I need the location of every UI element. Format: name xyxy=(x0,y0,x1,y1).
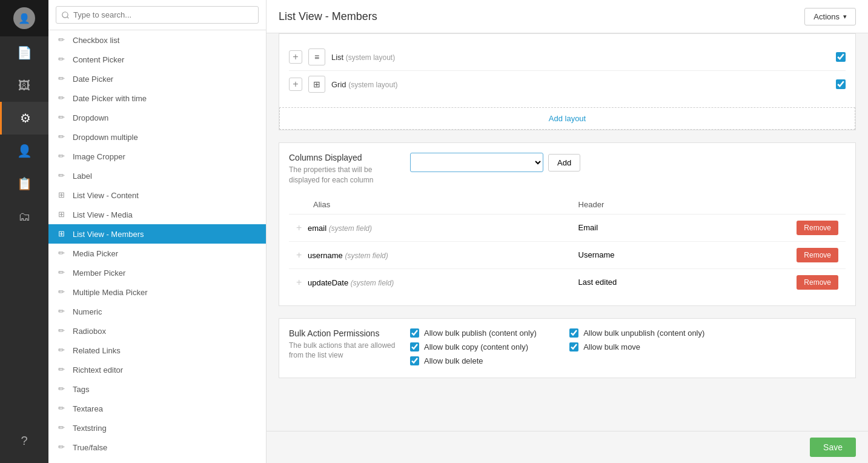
add-layout-button[interactable]: Add layout xyxy=(279,107,855,130)
nav-icon-contacts[interactable]: 📋 xyxy=(0,167,48,200)
grid-layout-checkbox[interactable] xyxy=(836,79,846,89)
sidebar-item-date-picker[interactable]: ✏ Date Picker xyxy=(48,69,266,88)
nav-icon-list[interactable]: 🗂 xyxy=(0,200,48,233)
system-layout-label: (system layout) xyxy=(346,53,395,62)
actions-button[interactable]: Actions xyxy=(804,8,856,25)
sidebar-item-label: Textarea xyxy=(73,404,103,413)
pen-icon: ✏ xyxy=(58,132,68,142)
avatar-container[interactable]: 👤 xyxy=(0,0,48,36)
sidebar-item-multiple-media-picker[interactable]: ✏ Multiple Media Picker xyxy=(48,282,266,302)
bulk-option-delete[interactable]: Allow bulk delete xyxy=(410,356,545,365)
bulk-options: Allow bulk publish (content only) Allow … xyxy=(410,328,704,365)
pen-icon: ✏ xyxy=(58,55,68,64)
sidebar-item-label: Textstring xyxy=(73,424,107,433)
grid-icon: ⊞ xyxy=(58,190,68,200)
nav-icon-settings[interactable]: ⚙ xyxy=(0,102,48,135)
add-grid-layout-btn[interactable]: + xyxy=(289,78,302,91)
sidebar-item-richtext-editor[interactable]: ✏ Richtext editor xyxy=(48,360,266,379)
action-header xyxy=(704,195,846,215)
table-row: + email (system field) Email Remove xyxy=(289,214,846,241)
alias-name: email xyxy=(308,224,329,233)
save-button[interactable]: Save xyxy=(810,438,856,457)
main-header: List View - Members Actions xyxy=(267,0,868,33)
search-input[interactable] xyxy=(56,6,259,24)
system-field-label: (system field) xyxy=(345,251,388,260)
bulk-option-publish[interactable]: Allow bulk publish (content only) xyxy=(410,328,545,338)
list-layout-checkbox[interactable] xyxy=(836,52,846,62)
nav-icon-content[interactable]: 📄 xyxy=(0,36,48,69)
system-field-label: (system field) xyxy=(329,224,372,233)
alias-cell-username: + username (system field) xyxy=(289,241,571,268)
bulk-section: Bulk Action Permissions The bulk actions… xyxy=(279,318,856,378)
add-list-layout-btn[interactable]: + xyxy=(289,50,302,64)
sidebar-item-content-picker[interactable]: ✏ Content Picker xyxy=(48,50,266,69)
add-column-button[interactable]: Add xyxy=(548,154,580,172)
drag-handle-icon[interactable]: + xyxy=(296,277,302,287)
system-field-label: (system field) xyxy=(351,279,394,287)
table-row: + updateDate (system field) Last edited … xyxy=(289,268,846,296)
sidebar-item-checkbox-list[interactable]: ✏ Checkbox list xyxy=(48,30,266,50)
sidebar-item-label: Richtext editor xyxy=(73,365,123,375)
pen-icon: ✏ xyxy=(58,384,68,394)
sidebar-item-label: Image Cropper xyxy=(73,152,125,161)
bulk-move-label: Allow bulk move xyxy=(583,342,640,351)
sidebar-item-dropdown[interactable]: ✏ Dropdown xyxy=(48,108,266,127)
sidebar: ✏ Checkbox list ✏ Content Picker ✏ Date … xyxy=(48,0,267,463)
sidebar-item-label: Dropdown multiple xyxy=(73,133,138,142)
bulk-option-move[interactable]: Allow bulk move xyxy=(569,342,704,351)
sidebar-item-member-picker[interactable]: ✏ Member Picker xyxy=(48,263,266,282)
pen-icon: ✏ xyxy=(58,113,68,122)
pen-icon: ✏ xyxy=(58,93,68,103)
drag-handle-icon[interactable]: + xyxy=(296,250,302,260)
remove-username-button[interactable]: Remove xyxy=(797,248,838,262)
sidebar-item-true-false[interactable]: ✏ True/false xyxy=(48,438,266,457)
sidebar-list: ✏ Checkbox list ✏ Content Picker ✏ Date … xyxy=(48,30,266,463)
sidebar-item-textarea[interactable]: ✏ Textarea xyxy=(48,399,266,418)
sidebar-item-related-links[interactable]: ✏ Related Links xyxy=(48,341,266,360)
sidebar-item-image-cropper[interactable]: ✏ Image Cropper xyxy=(48,147,266,166)
pen-icon: ✏ xyxy=(58,345,68,355)
bulk-move-checkbox[interactable] xyxy=(569,342,578,351)
remove-email-button[interactable]: Remove xyxy=(797,221,838,235)
bulk-unpublish-checkbox[interactable] xyxy=(569,328,578,338)
pen-icon: ✏ xyxy=(58,287,68,297)
table-header: Alias Header xyxy=(289,195,846,215)
sidebar-item-numeric[interactable]: ✏ Numeric xyxy=(48,302,266,321)
sidebar-item-date-picker-time[interactable]: ✏ Date Picker with time xyxy=(48,88,266,108)
remove-updatedate-button[interactable]: Remove xyxy=(797,275,838,290)
columns-inner: Columns Displayed The properties that wi… xyxy=(279,143,855,305)
sidebar-item-label: Related Links xyxy=(73,346,121,355)
bulk-delete-checkbox[interactable] xyxy=(410,356,419,365)
nav-icon-members[interactable]: 👤 xyxy=(0,135,48,167)
sidebar-item-tags[interactable]: ✏ Tags xyxy=(48,379,266,399)
nav-icon-media[interactable]: 🖼 xyxy=(0,69,48,102)
sidebar-item-list-view-members[interactable]: ⊞ List View - Members xyxy=(48,224,266,244)
sidebar-item-list-view-content[interactable]: ⊞ List View - Content xyxy=(48,185,266,205)
pen-icon: ✏ xyxy=(58,248,68,258)
layouts-section: + ≡ List (system layout) + ⊞ Grid (syste… xyxy=(279,33,856,130)
sidebar-item-textstring[interactable]: ✏ Textstring xyxy=(48,418,266,438)
page-title: List View - Members xyxy=(279,10,377,23)
sidebar-item-label: List View - Content xyxy=(73,191,139,200)
sidebar-item-label: Dropdown xyxy=(73,113,108,122)
bulk-publish-checkbox[interactable] xyxy=(410,328,419,338)
sidebar-item-label: Date Picker with time xyxy=(73,94,147,103)
bulk-label-area: Bulk Action Permissions The bulk actions… xyxy=(289,328,398,361)
bulk-option-unpublish[interactable]: Allow bulk unpublish (content only) xyxy=(569,328,704,338)
sidebar-item-dropdown-multiple[interactable]: ✏ Dropdown multiple xyxy=(48,127,266,147)
sidebar-item-list-view-media[interactable]: ⊞ List View - Media xyxy=(48,205,266,224)
drag-handle-icon[interactable]: + xyxy=(296,222,302,233)
sidebar-item-label[interactable]: ✏ Label xyxy=(48,166,266,185)
nav-icon-help[interactable]: ? xyxy=(0,424,48,457)
pen-icon: ✏ xyxy=(58,268,68,278)
bulk-copy-checkbox[interactable] xyxy=(410,342,419,351)
sidebar-item-media-picker[interactable]: ✏ Media Picker xyxy=(48,244,266,263)
sidebar-item-radiobox[interactable]: ✏ Radiobox xyxy=(48,321,266,341)
layout-row-grid: + ⊞ Grid (system layout) xyxy=(289,71,846,98)
columns-select[interactable] xyxy=(410,153,543,172)
header-header: Header xyxy=(571,195,704,215)
sidebar-item-label: Media Picker xyxy=(73,249,118,258)
pen-icon: ✏ xyxy=(58,171,68,181)
bulk-option-copy[interactable]: Allow bulk copy (content only) xyxy=(410,342,545,351)
pen-icon: ✏ xyxy=(58,307,68,316)
